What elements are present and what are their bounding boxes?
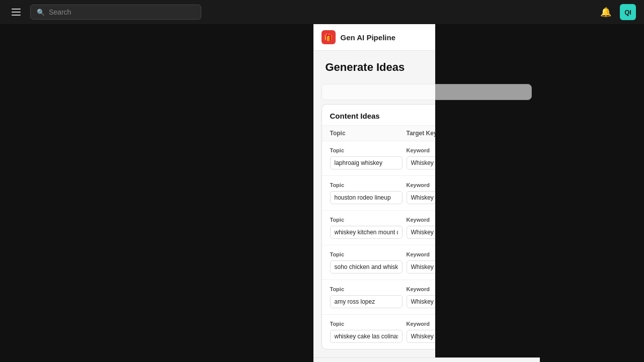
bottom-footer: Generate Ideas Add Keywords [313,357,540,362]
right-panel [435,0,644,362]
nav-bell-icon[interactable]: 🔔 [598,4,614,20]
search-bar[interactable]: 🔍 [30,5,201,20]
left-panel [0,0,209,362]
topic-input-2[interactable] [330,226,403,239]
topic-label-3: Topic [330,251,403,257]
topic-label-1: Topic [330,182,403,188]
topic-input-1[interactable] [330,191,403,204]
top-nav: 🔍 🔔 QI [0,0,644,24]
topic-label-5: Topic [330,321,403,327]
topic-field-group-2: Topic [330,217,403,239]
hamburger-button[interactable] [8,4,24,20]
search-input[interactable] [49,8,195,16]
hamburger-line-3 [12,15,21,16]
topic-label-0: Topic [330,147,403,153]
col-header-topic: Topic [330,130,407,137]
hamburger-line-1 [12,9,21,10]
topic-input-3[interactable] [330,260,403,274]
topic-field-group-3: Topic [330,251,403,274]
topic-input-5[interactable] [330,330,403,343]
topic-input-0[interactable] [330,156,403,169]
topic-label-2: Topic [330,217,403,223]
app-icon: 🎁 [321,30,336,44]
partial-card [321,84,532,100]
topic-input-4[interactable] [330,295,403,308]
app-header-left: 🎁 Gen AI Pipeline [321,30,395,44]
hamburger-line-2 [12,12,21,13]
topic-field-group-4: Topic [330,286,403,308]
app-title: Gen AI Pipeline [341,33,395,42]
search-icon: 🔍 [37,9,45,16]
topic-label-4: Topic [330,286,403,292]
topic-field-group-1: Topic [330,182,403,204]
nav-avatar[interactable]: QI [620,4,636,20]
topic-field-group-5: Topic [330,321,403,343]
topic-field-group-0: Topic [330,147,403,169]
